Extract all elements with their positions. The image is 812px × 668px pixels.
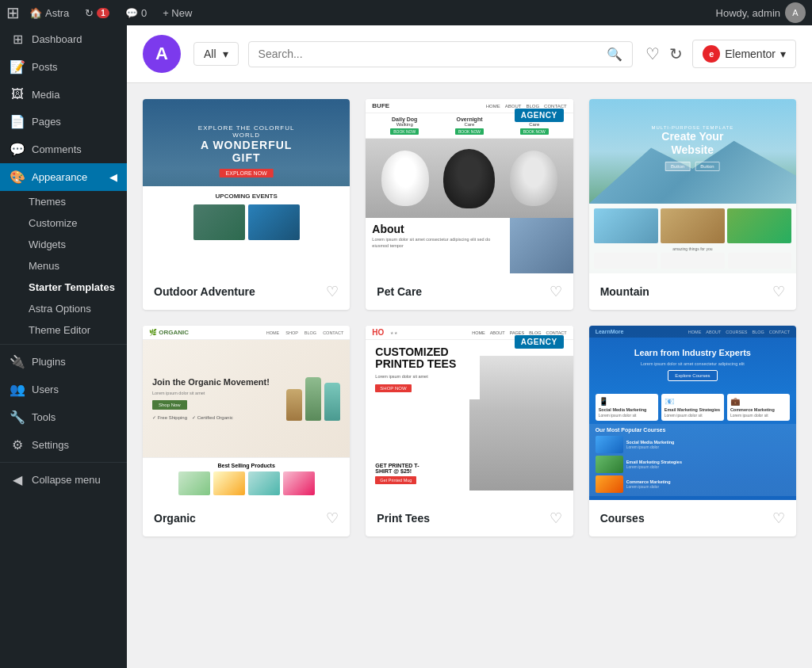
template-card-mountain[interactable]: multi-purpose template Create Your Websi… — [589, 99, 796, 310]
home-icon: 🏠 — [29, 7, 42, 19]
petcare-about-image — [510, 218, 573, 273]
new-label: + New — [163, 7, 192, 19]
search-container: 🔍 — [248, 41, 634, 67]
sidebar-label-comments: Comments — [32, 143, 82, 155]
collapse-menu-button[interactable]: ◀ Collapse menu — [0, 466, 127, 494]
sidebar-item-appearance[interactable]: 🎨 Appearance ◀ — [0, 163, 127, 191]
sidebar-item-plugins[interactable]: 🔌 Plugins — [0, 348, 127, 376]
outdoor-name: Outdoor Adventure — [154, 285, 255, 298]
sidebar-label-settings: Settings — [32, 439, 69, 451]
settings-icon: ⚙ — [10, 437, 25, 452]
builder-chevron-icon: ▾ — [780, 48, 786, 60]
tools-icon: 🔧 — [10, 410, 25, 425]
petcare-dogs-section — [366, 139, 573, 218]
avatar[interactable]: A — [785, 2, 806, 23]
sidebar-item-theme-editor[interactable]: Theme Editor — [0, 319, 127, 341]
outdoor-events-section: UPCOMING EVENTS — [143, 186, 350, 273]
course-card-1: 📱 Social Media Marketing Lorem ipsum dol… — [596, 394, 658, 421]
mountain-overlay: multi-purpose template Create Your Websi… — [641, 125, 745, 171]
organic-favorite-button[interactable]: ♡ — [326, 510, 339, 527]
organic-products-title: Best Selling Products — [147, 463, 345, 468]
builder-selector-button[interactable]: e Elementor ▾ — [692, 40, 796, 68]
popular-item-2: Email Marketing Strategies Lorem ipsum d… — [596, 456, 790, 473]
elementor-icon: e — [703, 45, 720, 63]
sidebar-item-users[interactable]: 👥 Users — [0, 376, 127, 403]
comments-link[interactable]: 💬 0 — [119, 0, 153, 25]
petcare-name: Pet Care — [377, 285, 422, 298]
outdoor-overlay-text: Explore The Colorful World A WONDERFUL G… — [194, 124, 298, 178]
organic-bottles — [286, 377, 340, 421]
petcare-footer: Pet Care ♡ — [366, 273, 573, 310]
courses-nav: LearnMore HOMEABOUTCOURSESBLOGCONTACT — [589, 326, 796, 338]
courses-cta-button[interactable]: Explore Courses — [668, 370, 717, 381]
courses-hero: Learn from Industry Experts Lorem ipsum … — [589, 338, 796, 391]
sidebar-item-dashboard[interactable]: ⊞ Dashboard — [0, 25, 127, 53]
sidebar-label-users: Users — [32, 384, 59, 395]
tees-hero-text: CUSTOMIZEDPRINTED TEES Lorem ipsum dolor… — [366, 340, 480, 399]
sidebar-item-astra-options[interactable]: Astra Options — [0, 298, 127, 319]
sidebar-item-widgets[interactable]: Widgets — [0, 234, 127, 255]
users-icon: 👥 — [10, 382, 25, 397]
sidebar-label-media: Media — [32, 89, 59, 101]
appearance-arrow-icon: ◀ — [109, 171, 117, 183]
sidebar-item-comments[interactable]: 💬 Comments — [0, 136, 127, 163]
mountain-desc: amazing things for you — [594, 246, 791, 251]
template-card-pet-care[interactable]: AGENCY BUFE HOMEABOUTBLOGCONTACT Daily D… — [366, 99, 573, 310]
template-preview-organic: 🌿 ORGANIC HOMESHOPBLOGCONTACT Join the O… — [143, 326, 350, 500]
updates-badge: 1 — [97, 8, 109, 18]
mountain-footer: Mountain ♡ — [589, 273, 796, 310]
popular-title: Our Most Popular Courses — [596, 427, 790, 433]
wp-logo-icon[interactable]: ⊞ — [6, 3, 20, 22]
dogs-image — [366, 139, 573, 218]
filter-value: All — [204, 48, 216, 60]
template-card-courses[interactable]: LearnMore HOMEABOUTCOURSESBLOGCONTACT Le… — [589, 326, 796, 536]
search-input[interactable] — [259, 48, 601, 60]
refresh-button[interactable]: ↻ — [669, 44, 683, 63]
sidebar-item-starter-templates[interactable]: Starter Templates — [0, 277, 127, 298]
updates-link[interactable]: ↻ 1 — [79, 0, 116, 25]
tees-favorite-button[interactable]: ♡ — [550, 510, 562, 527]
new-content-link[interactable]: + New — [156, 0, 198, 25]
mountain-favorite-button[interactable]: ♡ — [772, 283, 785, 300]
collapse-icon: ◀ — [10, 472, 25, 487]
site-name-link[interactable]: 🏠 Astra — [23, 0, 75, 25]
courses-favorite-button[interactable]: ♡ — [772, 510, 785, 527]
sidebar-item-customize[interactable]: Customize — [0, 212, 127, 234]
course-icon-2: 📧 — [665, 397, 721, 406]
popular-item-3: Commerce Marketing Lorem ipsum dolor — [596, 475, 790, 493]
sidebar-item-media[interactable]: 🖼 Media — [0, 81, 127, 108]
sidebar: ⊞ Dashboard 📝 Posts 🖼 Media 📄 Pages 💬 Co… — [0, 25, 127, 668]
course-title-2: Email Marketing Strategies — [665, 407, 721, 412]
favorites-button[interactable]: ♡ — [645, 44, 660, 63]
course-title-3: Commerce Marketing — [730, 407, 787, 412]
sidebar-item-menus[interactable]: Menus — [0, 255, 127, 277]
search-icon: 🔍 — [607, 47, 622, 62]
sidebar-item-settings[interactable]: ⚙ Settings — [0, 431, 127, 459]
outdoor-tagline: Explore The Colorful World — [194, 124, 298, 139]
templates-grid: Explore The Colorful World A WONDERFUL G… — [127, 83, 812, 668]
courses-hero-desc: Lorem ipsum dolor sit amet consectetur a… — [599, 361, 787, 366]
template-card-print-tees[interactable]: AGENCY HO ★★ HOMEABOUTPAGESBLOGCONTACT C… — [366, 326, 573, 536]
outdoor-favorite-button[interactable]: ♡ — [326, 283, 339, 300]
sidebar-label-tools: Tools — [32, 411, 56, 423]
header-actions: ♡ ↻ e Elementor ▾ — [645, 40, 796, 68]
template-preview-tees: AGENCY HO ★★ HOMEABOUTPAGESBLOGCONTACT C… — [366, 326, 573, 500]
sidebar-item-posts[interactable]: 📝 Posts — [0, 53, 127, 81]
petcare-about-section: About Lorem ipsum dolor sit amet consect… — [366, 218, 573, 273]
petcare-favorite-button[interactable]: ♡ — [550, 283, 562, 300]
template-card-organic[interactable]: 🌿 ORGANIC HOMESHOPBLOGCONTACT Join the O… — [143, 326, 350, 536]
organic-nav: 🌿 ORGANIC HOMESHOPBLOGCONTACT — [143, 326, 350, 340]
sidebar-item-themes[interactable]: Themes — [0, 191, 127, 212]
appearance-icon: 🎨 — [10, 170, 25, 185]
sidebar-item-pages[interactable]: 📄 Pages — [0, 108, 127, 136]
plugins-icon: 🔌 — [10, 354, 25, 369]
petcare-about-title: About — [372, 223, 503, 235]
template-preview-courses: LearnMore HOMEABOUTCOURSESBLOGCONTACT Le… — [589, 326, 796, 500]
mountain-title: Create Your Website — [641, 130, 745, 157]
event-image-2 — [248, 204, 300, 240]
filter-select[interactable]: All ▾ — [193, 42, 239, 66]
petcare-about-desc: Lorem ipsum dolor sit amet consectetur a… — [372, 237, 503, 249]
template-card-outdoor-adventure[interactable]: Explore The Colorful World A WONDERFUL G… — [143, 99, 350, 310]
courses-cards-grid: 📱 Social Media Marketing Lorem ipsum dol… — [589, 391, 796, 424]
sidebar-item-tools[interactable]: 🔧 Tools — [0, 403, 127, 431]
